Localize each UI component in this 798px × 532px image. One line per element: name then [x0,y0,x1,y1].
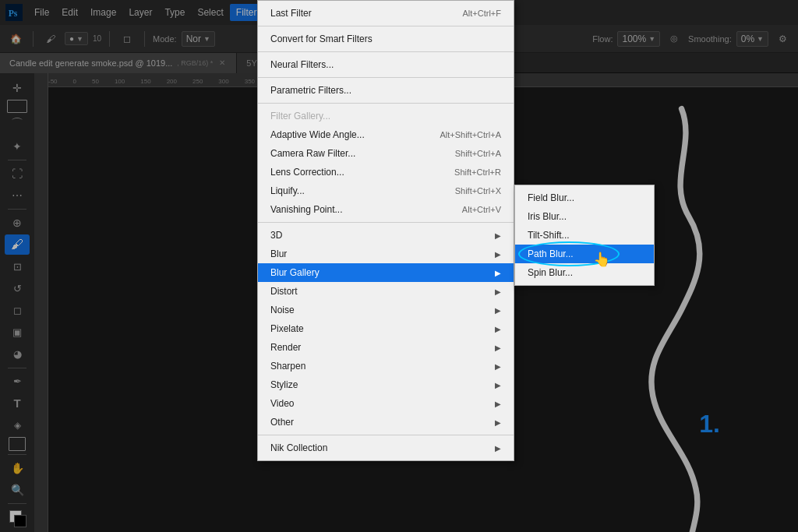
filter-render[interactable]: Render ▶ [258,338,514,357]
blur-gallery-submenu: Field Blur... Iris Blur... Tilt-Shift...… [514,185,655,286]
filter-3d[interactable]: 3D ▶ [258,226,514,245]
filter-sep-6 [258,435,514,435]
filter-convert-smart[interactable]: Convert for Smart Filters [258,30,514,48]
submenu-path-blur[interactable]: Path Blur... 👆 [515,245,654,263]
filter-last-filter[interactable]: Last Filter Alt+Ctrl+F [258,4,514,23]
filter-adaptive-wide[interactable]: Adaptive Wide Angle... Alt+Shift+Ctrl+A [258,125,514,144]
filter-stylize[interactable]: Stylize ▶ [258,375,514,394]
filter-neural[interactable]: Neural Filters... [258,55,514,74]
filter-other[interactable]: Other ▶ [258,413,514,432]
filter-lens-correction[interactable]: Lens Correction... Shift+Ctrl+R [258,163,514,181]
filter-sep-4 [258,103,514,104]
filter-sep-2 [258,51,514,52]
filter-pixelate[interactable]: Pixelate ▶ [258,319,514,338]
filter-parametric[interactable]: Parametric Filters... [258,81,514,100]
filter-liquify[interactable]: Liquify... Shift+Ctrl+X [258,181,514,200]
filter-camera-raw[interactable]: Camera Raw Filter... Shift+Ctrl+A [258,144,514,163]
filter-sharpen[interactable]: Sharpen ▶ [258,357,514,375]
filter-blur-gallery[interactable]: Blur Gallery ▶ [258,263,514,282]
filter-distort[interactable]: Distort ▶ [258,282,514,301]
filter-video[interactable]: Video ▶ [258,394,514,413]
submenu-field-blur[interactable]: Field Blur... [515,188,654,207]
cursor-icon: 👆 [593,251,610,268]
filter-noise[interactable]: Noise ▶ [258,301,514,319]
submenu-spin-blur[interactable]: Spin Blur... [515,263,654,282]
filter-vanishing-point[interactable]: Vanishing Point... Alt+Ctrl+V [258,200,514,219]
filter-dropdown: Last Filter Alt+Ctrl+F Convert for Smart… [257,0,514,461]
submenu-iris-blur[interactable]: Iris Blur... [515,207,654,226]
filter-gallery: Filter Gallery... [258,107,514,125]
filter-sep-5 [258,222,514,223]
filter-sep-1 [258,26,514,26]
submenu-tilt-shift[interactable]: Tilt-Shift... [515,226,654,245]
filter-sep-3 [258,77,514,78]
filter-blur[interactable]: Blur ▶ [258,245,514,263]
filter-nik-collection[interactable]: Nik Collection ▶ [258,439,514,457]
